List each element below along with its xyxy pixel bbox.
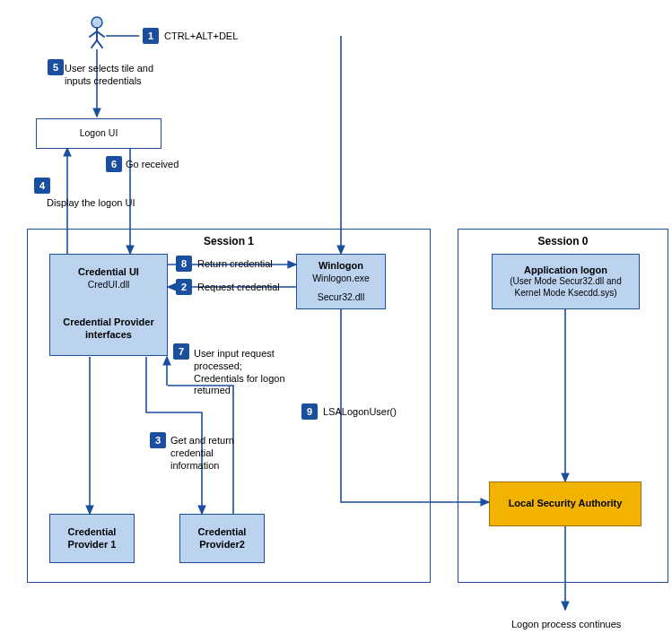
application-logon-title: Application logon xyxy=(524,265,607,277)
credential-provider-interfaces-box: Credential Provider interfaces xyxy=(49,302,168,356)
step-3-badge: 3 xyxy=(150,432,166,448)
lsa-box: Local Security Authority xyxy=(489,482,641,526)
credential-ui-title: Credential UI xyxy=(78,266,139,279)
credential-provider-1-box: Credential Provider 1 xyxy=(49,514,135,563)
step-4-label: Display the logon UI xyxy=(47,197,135,210)
user-icon xyxy=(86,16,108,50)
step-7-badge: 7 xyxy=(173,343,189,360)
step-9-label: LSALogonUser() xyxy=(323,406,397,419)
step-8-label: Return credential xyxy=(197,258,273,271)
session-1-title: Session 1 xyxy=(28,235,430,247)
winlogon-sub2: Secur32.dll xyxy=(318,291,365,303)
lsa-title: Local Security Authority xyxy=(509,498,623,510)
step-2-badge: 2 xyxy=(176,279,192,295)
step-1-badge: 1 xyxy=(143,28,159,44)
svg-point-0 xyxy=(92,17,102,28)
credential-provider-1-title: Credential Provider 1 xyxy=(50,526,134,551)
step-5-badge: 5 xyxy=(48,59,64,75)
step-7-label: User input request processed; Credential… xyxy=(194,348,292,397)
credential-ui-box: Credential UI CredUI.dll xyxy=(49,254,168,303)
session-0-title: Session 0 xyxy=(458,235,668,247)
credential-provider-2-title: Credential Provider2 xyxy=(180,526,264,551)
step-3-label: Get and return credential information xyxy=(170,435,251,472)
winlogon-title: Winlogon xyxy=(319,260,363,273)
diagram-canvas: Session 1 Session 0 Logon UI Credential … xyxy=(0,0,672,642)
credential-provider-2-box: Credential Provider2 xyxy=(179,514,265,563)
step-6-badge: 6 xyxy=(106,156,122,172)
credential-provider-interfaces-title: Credential Provider interfaces xyxy=(50,317,167,342)
footer-label: Logon process continues xyxy=(511,619,621,631)
winlogon-sub1: Winlogon.exe xyxy=(312,273,370,284)
application-logon-box: Application logon (User Mode Secur32.dll… xyxy=(492,254,640,309)
credential-ui-sub: CredUI.dll xyxy=(88,279,130,291)
logon-ui-title: Logon UI xyxy=(80,127,118,139)
step-5-label: User selects tile and inputs credentials xyxy=(65,63,172,88)
step-9-badge: 9 xyxy=(301,403,318,420)
step-1-label: CTRL+ALT+DEL xyxy=(164,30,238,43)
step-2-label: Request credential xyxy=(197,282,280,294)
application-logon-sub: (User Mode Secur32.dll and Kernel Mode K… xyxy=(500,276,632,299)
step-4-badge: 4 xyxy=(34,178,50,194)
step-8-badge: 8 xyxy=(176,256,192,272)
winlogon-box: Winlogon Winlogon.exe Secur32.dll xyxy=(296,254,386,309)
step-6-label: Go received xyxy=(126,159,179,171)
logon-ui-box: Logon UI xyxy=(36,118,161,149)
